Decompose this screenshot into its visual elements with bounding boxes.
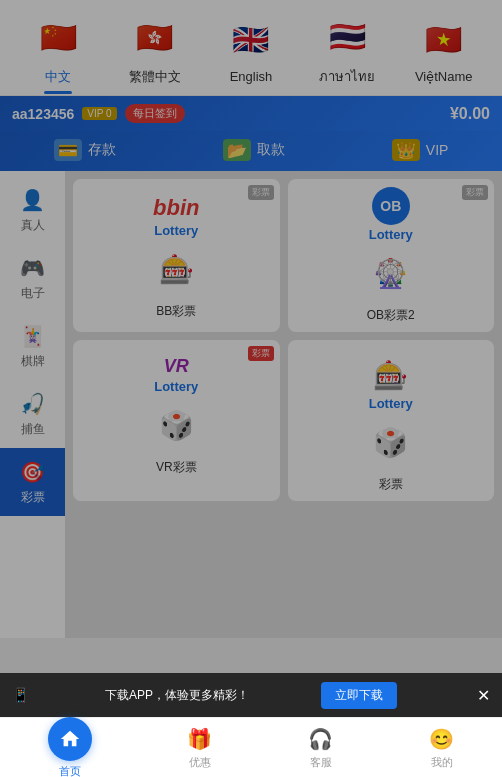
download-banner: 📱 下载APP，体验更多精彩！ 立即下载 ✕ (0, 673, 502, 717)
content-overlay (0, 0, 502, 777)
nav-youhui-label: 优惠 (189, 755, 211, 770)
nav-mine[interactable]: 😊 我的 (429, 726, 455, 770)
nav-youhui[interactable]: 🎁 优惠 (187, 726, 213, 770)
phone-icon: 📱 (12, 687, 29, 703)
bottom-nav: 首页 🎁 优惠 🎧 客服 😊 我的 (0, 717, 502, 777)
kefu-icon: 🎧 (308, 726, 334, 752)
nav-kefu[interactable]: 🎧 客服 (308, 726, 334, 770)
mine-icon: 😊 (429, 726, 455, 752)
download-close-button[interactable]: ✕ (477, 686, 490, 705)
nav-home[interactable]: 首页 (48, 717, 92, 778)
home-icon (48, 717, 92, 761)
youhui-icon: 🎁 (187, 726, 213, 752)
download-text: 下载APP，体验更多精彩！ (105, 687, 249, 704)
nav-home-label: 首页 (59, 764, 81, 778)
nav-kefu-label: 客服 (310, 755, 332, 770)
download-button[interactable]: 立即下载 (321, 682, 397, 709)
nav-mine-label: 我的 (431, 755, 453, 770)
